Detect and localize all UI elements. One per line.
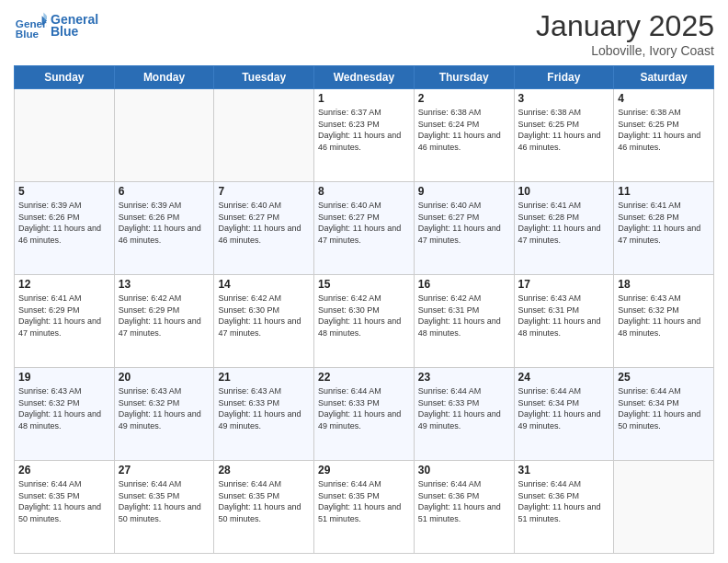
calendar-cell: 1Sunrise: 6:37 AMSunset: 6:23 PMDaylight… [314, 89, 415, 182]
calendar-cell: 10Sunrise: 6:41 AMSunset: 6:28 PMDayligh… [514, 182, 614, 275]
svg-text:Blue: Blue [16, 28, 40, 40]
calendar-cell: 12Sunrise: 6:41 AMSunset: 6:29 PMDayligh… [15, 275, 115, 368]
day-info: Sunrise: 6:43 AMSunset: 6:31 PMDaylight:… [518, 293, 610, 339]
location-subtitle: Loboville, Ivory Coast [536, 43, 714, 58]
calendar-cell: 26Sunrise: 6:44 AMSunset: 6:35 PMDayligh… [15, 461, 115, 554]
calendar-cell: 29Sunrise: 6:44 AMSunset: 6:35 PMDayligh… [314, 461, 415, 554]
day-info: Sunrise: 6:44 AMSunset: 6:35 PMDaylight:… [218, 478, 310, 524]
day-number: 20 [119, 371, 210, 384]
day-number: 12 [18, 278, 110, 291]
day-header-wednesday: Wednesday [314, 66, 415, 89]
day-number: 31 [518, 464, 610, 477]
header: General Blue General Blue January 2025 L… [14, 9, 714, 58]
day-header-tuesday: Tuesday [214, 66, 314, 89]
day-number: 23 [418, 371, 510, 384]
calendar-cell: 17Sunrise: 6:43 AMSunset: 6:31 PMDayligh… [514, 275, 614, 368]
calendar-cell: 30Sunrise: 6:44 AMSunset: 6:36 PMDayligh… [414, 461, 514, 554]
day-info: Sunrise: 6:38 AMSunset: 6:25 PMDaylight:… [618, 107, 710, 153]
week-row-2: 5Sunrise: 6:39 AMSunset: 6:26 PMDaylight… [15, 182, 714, 275]
day-number: 28 [218, 464, 310, 477]
day-number: 22 [318, 371, 410, 384]
calendar-page: General Blue General Blue January 2025 L… [0, 0, 728, 563]
day-header-saturday: Saturday [614, 66, 714, 89]
calendar-cell: 7Sunrise: 6:40 AMSunset: 6:27 PMDaylight… [214, 182, 314, 275]
day-info: Sunrise: 6:41 AMSunset: 6:28 PMDaylight:… [518, 200, 610, 246]
day-info: Sunrise: 6:44 AMSunset: 6:33 PMDaylight:… [318, 385, 410, 431]
week-row-4: 19Sunrise: 6:43 AMSunset: 6:32 PMDayligh… [15, 368, 714, 461]
day-number: 4 [618, 92, 710, 105]
day-info: Sunrise: 6:43 AMSunset: 6:33 PMDaylight:… [218, 385, 310, 431]
month-title: January 2025 [536, 9, 714, 43]
day-info: Sunrise: 6:42 AMSunset: 6:30 PMDaylight:… [318, 293, 410, 339]
calendar-cell: 20Sunrise: 6:43 AMSunset: 6:32 PMDayligh… [114, 368, 214, 461]
calendar-cell: 3Sunrise: 6:38 AMSunset: 6:25 PMDaylight… [514, 89, 614, 182]
day-number: 15 [318, 278, 410, 291]
day-number: 9 [418, 185, 510, 198]
calendar-cell: 25Sunrise: 6:44 AMSunset: 6:34 PMDayligh… [614, 368, 714, 461]
day-header-friday: Friday [514, 66, 614, 89]
day-info: Sunrise: 6:43 AMSunset: 6:32 PMDaylight:… [119, 385, 210, 431]
calendar-cell: 11Sunrise: 6:41 AMSunset: 6:28 PMDayligh… [614, 182, 714, 275]
calendar-cell: 27Sunrise: 6:44 AMSunset: 6:35 PMDayligh… [114, 461, 214, 554]
day-info: Sunrise: 6:38 AMSunset: 6:24 PMDaylight:… [418, 107, 510, 153]
day-info: Sunrise: 6:44 AMSunset: 6:35 PMDaylight:… [18, 478, 110, 524]
logo: General Blue General Blue [14, 9, 98, 42]
calendar-cell: 4Sunrise: 6:38 AMSunset: 6:25 PMDaylight… [614, 89, 714, 182]
day-header-thursday: Thursday [414, 66, 514, 89]
day-info: Sunrise: 6:42 AMSunset: 6:31 PMDaylight:… [418, 293, 510, 339]
calendar-cell [614, 461, 714, 554]
day-info: Sunrise: 6:41 AMSunset: 6:28 PMDaylight:… [618, 200, 710, 246]
day-info: Sunrise: 6:40 AMSunset: 6:27 PMDaylight:… [218, 200, 310, 246]
calendar-cell: 6Sunrise: 6:39 AMSunset: 6:26 PMDaylight… [114, 182, 214, 275]
day-header-monday: Monday [114, 66, 214, 89]
calendar-cell [15, 89, 115, 182]
day-number: 6 [119, 185, 210, 198]
day-number: 16 [418, 278, 510, 291]
calendar-cell [114, 89, 214, 182]
day-info: Sunrise: 6:44 AMSunset: 6:34 PMDaylight:… [518, 385, 610, 431]
day-info: Sunrise: 6:38 AMSunset: 6:25 PMDaylight:… [518, 107, 610, 153]
day-number: 18 [618, 278, 710, 291]
calendar-cell: 2Sunrise: 6:38 AMSunset: 6:24 PMDaylight… [414, 89, 514, 182]
day-info: Sunrise: 6:44 AMSunset: 6:34 PMDaylight:… [618, 385, 710, 431]
day-number: 11 [618, 185, 710, 198]
day-info: Sunrise: 6:43 AMSunset: 6:32 PMDaylight:… [18, 385, 110, 431]
calendar-cell: 18Sunrise: 6:43 AMSunset: 6:32 PMDayligh… [614, 275, 714, 368]
day-info: Sunrise: 6:44 AMSunset: 6:35 PMDaylight:… [119, 478, 210, 524]
day-info: Sunrise: 6:44 AMSunset: 6:36 PMDaylight:… [518, 478, 610, 524]
day-number: 30 [418, 464, 510, 477]
day-number: 29 [318, 464, 410, 477]
calendar-cell: 14Sunrise: 6:42 AMSunset: 6:30 PMDayligh… [214, 275, 314, 368]
day-info: Sunrise: 6:40 AMSunset: 6:27 PMDaylight:… [418, 200, 510, 246]
day-number: 3 [518, 92, 610, 105]
day-number: 5 [18, 185, 110, 198]
calendar-cell: 8Sunrise: 6:40 AMSunset: 6:27 PMDaylight… [314, 182, 415, 275]
calendar-cell: 13Sunrise: 6:42 AMSunset: 6:29 PMDayligh… [114, 275, 214, 368]
calendar-cell: 21Sunrise: 6:43 AMSunset: 6:33 PMDayligh… [214, 368, 314, 461]
day-number: 24 [518, 371, 610, 384]
calendar-cell: 24Sunrise: 6:44 AMSunset: 6:34 PMDayligh… [514, 368, 614, 461]
day-info: Sunrise: 6:44 AMSunset: 6:33 PMDaylight:… [418, 385, 510, 431]
logo-line2: Blue [51, 25, 98, 39]
calendar-cell: 5Sunrise: 6:39 AMSunset: 6:26 PMDaylight… [15, 182, 115, 275]
day-number: 25 [618, 371, 710, 384]
day-headers-row: SundayMondayTuesdayWednesdayThursdayFrid… [15, 66, 714, 89]
logo-text: General Blue [51, 13, 98, 40]
day-number: 13 [119, 278, 210, 291]
day-number: 10 [518, 185, 610, 198]
day-info: Sunrise: 6:41 AMSunset: 6:29 PMDaylight:… [18, 293, 110, 339]
week-row-3: 12Sunrise: 6:41 AMSunset: 6:29 PMDayligh… [15, 275, 714, 368]
calendar-cell: 19Sunrise: 6:43 AMSunset: 6:32 PMDayligh… [15, 368, 115, 461]
calendar-cell: 28Sunrise: 6:44 AMSunset: 6:35 PMDayligh… [214, 461, 314, 554]
calendar-cell: 23Sunrise: 6:44 AMSunset: 6:33 PMDayligh… [414, 368, 514, 461]
calendar-cell: 31Sunrise: 6:44 AMSunset: 6:36 PMDayligh… [514, 461, 614, 554]
day-number: 26 [18, 464, 110, 477]
title-block: January 2025 Loboville, Ivory Coast [536, 9, 714, 58]
day-info: Sunrise: 6:44 AMSunset: 6:36 PMDaylight:… [418, 478, 510, 524]
day-info: Sunrise: 6:39 AMSunset: 6:26 PMDaylight:… [119, 200, 210, 246]
day-number: 17 [518, 278, 610, 291]
week-row-1: 1Sunrise: 6:37 AMSunset: 6:23 PMDaylight… [15, 89, 714, 182]
calendar-cell: 22Sunrise: 6:44 AMSunset: 6:33 PMDayligh… [314, 368, 415, 461]
day-number: 14 [218, 278, 310, 291]
day-number: 21 [218, 371, 310, 384]
